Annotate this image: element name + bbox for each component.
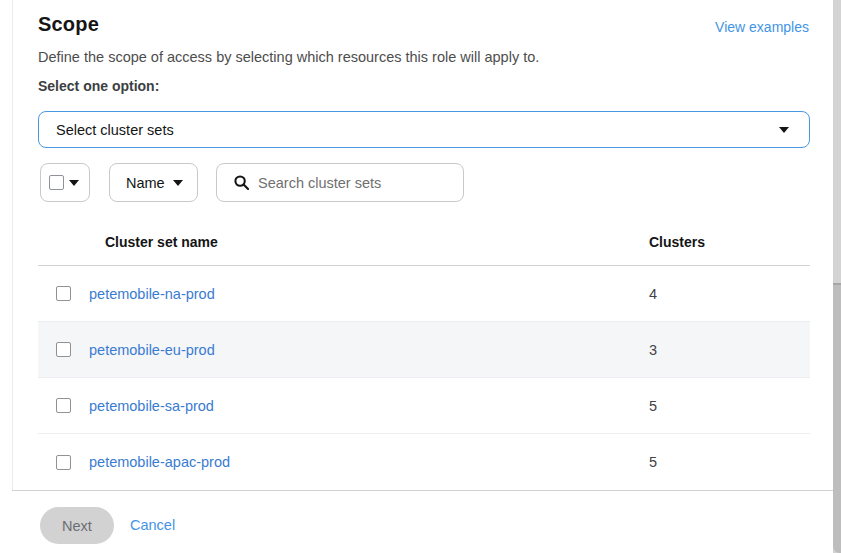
row-checkbox[interactable] (56, 455, 71, 470)
search-field (216, 163, 464, 202)
table-row: petemobile-sa-prod 5 (38, 378, 810, 434)
cluster-sets-table: Cluster set name Clusters petemobile-na-… (38, 225, 810, 490)
cluster-set-link[interactable]: petemobile-sa-prod (89, 398, 214, 414)
select-all-checkbox[interactable] (49, 175, 64, 190)
caret-down-icon (69, 180, 79, 186)
cluster-sets-select[interactable]: Select cluster sets (38, 111, 810, 148)
cluster-set-link[interactable]: petemobile-na-prod (89, 286, 215, 302)
name-filter-label: Name (126, 175, 165, 191)
search-icon (234, 175, 249, 190)
row-checkbox[interactable] (56, 286, 71, 301)
next-button[interactable]: Next (40, 507, 114, 544)
scrollbar-thumb[interactable] (833, 283, 841, 553)
row-checkbox[interactable] (56, 342, 71, 357)
scrollbar-track[interactable] (833, 0, 841, 553)
table-row: petemobile-eu-prod 3 (38, 322, 810, 378)
caret-down-icon (173, 180, 183, 186)
clusters-count: 4 (649, 286, 657, 302)
cluster-set-link[interactable]: petemobile-apac-prod (89, 454, 230, 470)
clusters-count: 5 (649, 454, 657, 470)
column-header-cluster-set-name: Cluster set name (105, 234, 218, 250)
cancel-link[interactable]: Cancel (130, 517, 175, 533)
search-input[interactable] (258, 175, 458, 191)
row-checkbox[interactable] (56, 398, 71, 413)
wizard-footer: Next Cancel (12, 490, 833, 553)
wizard-content-divider (12, 0, 13, 553)
scope-wizard-step: Scope View examples Define the scope of … (0, 0, 841, 553)
caret-down-icon (779, 127, 789, 133)
name-filter-dropdown[interactable]: Name (109, 163, 198, 202)
clusters-count: 3 (649, 342, 657, 358)
table-header-row: Cluster set name Clusters (38, 225, 810, 266)
cluster-set-link[interactable]: petemobile-eu-prod (89, 342, 215, 358)
page-title: Scope (38, 13, 99, 36)
clusters-count: 5 (649, 398, 657, 414)
select-one-option-label: Select one option: (38, 78, 159, 94)
table-row: petemobile-na-prod 4 (38, 266, 810, 322)
cluster-sets-select-value: Select cluster sets (39, 122, 174, 138)
table-row: petemobile-apac-prod 5 (38, 434, 810, 490)
bulk-select-dropdown[interactable] (40, 163, 90, 202)
step-description: Define the scope of access by selecting … (38, 49, 801, 65)
column-header-clusters: Clusters (649, 234, 705, 250)
view-examples-link[interactable]: View examples (715, 19, 809, 35)
